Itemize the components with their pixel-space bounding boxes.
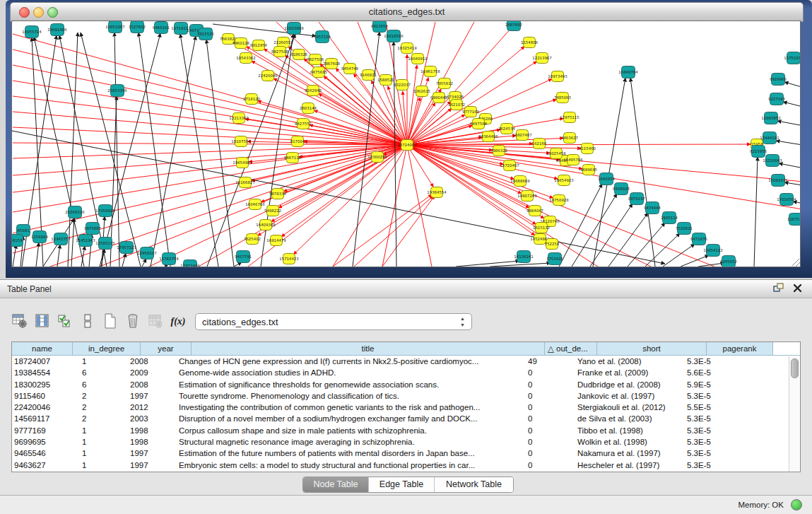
table-cell[interactable]: Corpus callosum shape and size in male p… — [175, 425, 525, 436]
table-cell[interactable]: Tourette syndrome. Phenomenology and cla… — [175, 390, 525, 402]
graph-node[interactable]: 162160 — [532, 139, 547, 149]
table-cell[interactable]: 18724007 — [12, 356, 71, 367]
table-cell[interactable]: Stergiakouli et al. (2012) — [575, 402, 681, 413]
graph-node[interactable]: 1362615 — [413, 86, 430, 97]
table-cell[interactable]: 5.5E-5 — [681, 402, 742, 413]
graph-node[interactable]: 7625402 — [244, 234, 261, 245]
graph-node[interactable]: 10654112 — [703, 245, 722, 257]
table-cell[interactable]: Nakamura et al. (1997) — [575, 448, 681, 459]
network-canvas[interactable]: 7663822996012889129542226055888275088186… — [12, 21, 800, 267]
table-cell[interactable]: 9115460 — [12, 390, 71, 402]
table-cell[interactable]: 2012 — [127, 402, 175, 413]
graph-node[interactable]: 9699695 — [580, 165, 597, 175]
graph-node[interactable]: 18807249 — [517, 191, 537, 201]
graph-node[interactable]: 19654983 — [233, 158, 252, 168]
graph-node[interactable]: 8215958 — [750, 146, 767, 158]
memory-status-indicator[interactable] — [791, 499, 802, 510]
table-cell[interactable]: 2009 — [127, 367, 175, 378]
table-cell[interactable]: 49 — [525, 356, 575, 367]
table-cell[interactable]: 9777169 — [12, 425, 71, 436]
graph-node[interactable]: 8475685 — [310, 67, 327, 78]
graph-node[interactable]: 11451943 — [76, 235, 95, 247]
graph-node[interactable]: 17016504 — [777, 194, 796, 206]
table-cell[interactable]: 0 — [525, 390, 575, 402]
graph-node[interactable]: 1154808 — [521, 37, 539, 48]
graph-node[interactable]: 9457791 — [235, 251, 252, 263]
table-row[interactable]: 1938455462009Genome-wide association stu… — [12, 367, 800, 378]
graph-node[interactable]: 9474444 — [644, 202, 661, 214]
table-cell[interactable]: 2 — [71, 390, 127, 402]
graph-node[interactable]: 7955812 — [436, 78, 453, 89]
table-cell[interactable]: Dudbridge et al. (2008) — [575, 379, 681, 390]
table-cell[interactable]: 1 — [71, 356, 127, 367]
table-cell[interactable]: 2 — [71, 413, 127, 424]
table-cell[interactable]: 1 — [71, 448, 127, 459]
table-cell[interactable]: 5.3E-5 — [681, 390, 742, 402]
table-cell[interactable]: Disruption of a novel member of a sodium… — [175, 413, 525, 424]
graph-node[interactable]: 17957223 — [117, 242, 136, 254]
graph-node[interactable]: 1615132 — [533, 223, 550, 233]
graph-node[interactable]: 9884067 — [526, 206, 543, 216]
deselect-all-columns-button[interactable] — [78, 312, 98, 332]
graph-node[interactable]: 9777169 — [462, 107, 480, 117]
graph-node[interactable]: 12213363 — [229, 113, 248, 124]
float-panel-icon[interactable] — [773, 283, 784, 293]
table-cell[interactable]: Genome-wide association studies in ADHD. — [175, 367, 525, 378]
table-cell[interactable]: 5.3E-5 — [681, 436, 742, 448]
column-header-pagerank[interactable]: pagerank — [707, 342, 773, 356]
column-header-in-degree[interactable]: in_degree — [73, 342, 141, 356]
table-cell[interactable]: 6 — [71, 379, 127, 390]
graph-node[interactable]: 10807487 — [512, 130, 531, 141]
table-cell[interactable]: 5.3E-5 — [681, 356, 742, 367]
graph-node[interactable]: 7857224 — [314, 31, 331, 43]
select-all-columns-button[interactable] — [55, 312, 75, 332]
graph-node[interactable]: 14136141 — [514, 251, 533, 263]
graph-node[interactable]: 6879197 — [628, 193, 645, 205]
table-cell[interactable]: 0 — [525, 425, 575, 436]
graph-node[interactable]: 15720407 — [500, 160, 519, 171]
graph-node[interactable]: 12505135 — [95, 238, 114, 250]
column-header-name[interactable]: name — [12, 342, 73, 356]
table-cell[interactable]: Jankovic et al. (1997) — [575, 390, 681, 402]
table-cell[interactable]: 2 — [71, 402, 127, 413]
graph-node[interactable]: 9227343 — [768, 93, 785, 105]
graph-node[interactable]: 6466161 — [153, 22, 170, 34]
table-row[interactable]: 946362711997Embryonic stem cells: a mode… — [12, 460, 800, 471]
table-cell[interactable]: 6 — [71, 367, 127, 378]
graph-node[interactable]: 7485063 — [554, 93, 571, 103]
graph-node[interactable]: 15166827 — [235, 177, 254, 188]
graph-node[interactable]: 20206526 — [65, 206, 85, 218]
table-cell[interactable]: Estimation of the future numbers of pati… — [175, 448, 525, 459]
graph-node[interactable]: 19654923 — [554, 175, 573, 186]
table-cell[interactable]: 0 — [525, 402, 575, 413]
tab-node-table[interactable]: Node Table — [303, 477, 369, 492]
table-cell[interactable]: 19384554 — [12, 367, 71, 378]
graph-node[interactable]: 14055724 — [22, 26, 42, 38]
table-cell[interactable]: 5.3E-5 — [681, 425, 742, 436]
graph-node[interactable]: 5498222 — [264, 206, 281, 216]
table-cell[interactable]: 9463627 — [12, 460, 71, 471]
table-cell[interactable]: Tibbo et al. (1998) — [575, 425, 681, 436]
graph-node[interactable]: 16848784 — [618, 66, 638, 78]
table-row[interactable]: 969969511998Structural magnetic resonanc… — [12, 436, 800, 448]
graph-node[interactable]: 20053346 — [107, 85, 127, 97]
graph-node[interactable]: 12942757 — [51, 233, 70, 245]
graph-node[interactable]: 1753426 — [546, 253, 564, 265]
table-row[interactable]: 1872400712008Changes of HCN gene express… — [12, 356, 800, 367]
graph-node[interactable]: 8912954 — [250, 40, 268, 51]
graph-node[interactable]: 1527602 — [129, 21, 146, 33]
table-row[interactable]: 977716911998Corpus callosum shape and si… — [12, 425, 800, 436]
graph-node[interactable]: 18756928 — [549, 195, 569, 206]
table-cell[interactable]: Estimation of significance thresholds fo… — [175, 379, 525, 390]
graph-node[interactable]: 2687682 — [505, 21, 522, 31]
network-window-titlebar[interactable]: citations_edges.txt — [10, 2, 804, 22]
graph-node[interactable]: 16782759 — [159, 253, 179, 265]
graph-node[interactable]: 8667110 — [284, 153, 302, 163]
table-cell[interactable]: 14569117 — [12, 413, 71, 424]
table-cell[interactable]: 0 — [525, 367, 575, 378]
graph-node[interactable]: 8471676 — [690, 233, 708, 245]
table-row[interactable]: 911546021997Tourette syndrome. Phenomeno… — [12, 390, 800, 402]
table-cell[interactable]: 1997 — [127, 460, 175, 471]
graph-node[interactable]: 16033809 — [284, 23, 304, 35]
graph-node[interactable]: 9245052 — [720, 256, 737, 267]
